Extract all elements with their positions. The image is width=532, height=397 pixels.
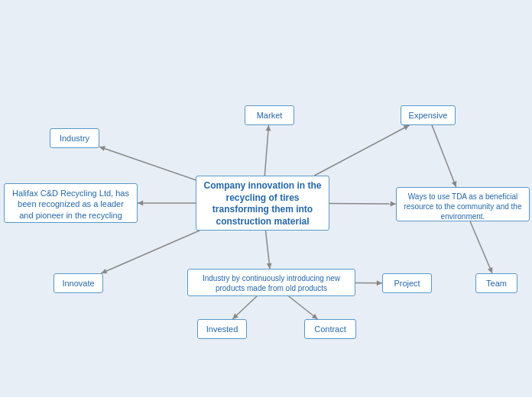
svg-line-12 [265,231,270,269]
team-node: Team [475,273,517,293]
project-node: Project [382,273,432,293]
svg-marker-19 [312,314,318,319]
svg-line-10 [101,231,200,273]
svg-marker-17 [232,314,238,319]
market-node: Market [245,105,294,125]
svg-marker-23 [452,181,456,187]
svg-line-18 [289,296,318,319]
ways-node: Ways to use TDA as a beneficial resource… [396,187,530,221]
svg-marker-15 [377,280,382,286]
svg-marker-13 [267,263,272,269]
svg-line-4 [99,147,196,180]
svg-line-2 [314,125,409,176]
svg-marker-3 [404,125,410,130]
contract-node: Contract [304,319,356,339]
innovate-node: Innovate [54,273,103,293]
svg-line-16 [232,296,257,319]
industry2-node: Industry by continuously introducing new… [187,269,355,296]
svg-marker-7 [138,201,143,206]
invested-node: Invested [197,319,247,339]
expensive-node: Expensive [401,105,456,125]
svg-line-22 [432,125,456,187]
svg-marker-1 [265,125,271,131]
svg-marker-9 [391,201,396,206]
svg-marker-11 [101,269,107,273]
center-node: Company innovation in the recycling of t… [196,176,329,231]
svg-marker-21 [488,267,492,273]
svg-line-20 [470,221,492,273]
svg-line-0 [264,125,268,176]
svg-marker-5 [99,146,105,151]
industry-node: Industry [50,128,99,148]
halifax-node: Halifax C&D Recycling Ltd, has been reco… [4,183,138,223]
